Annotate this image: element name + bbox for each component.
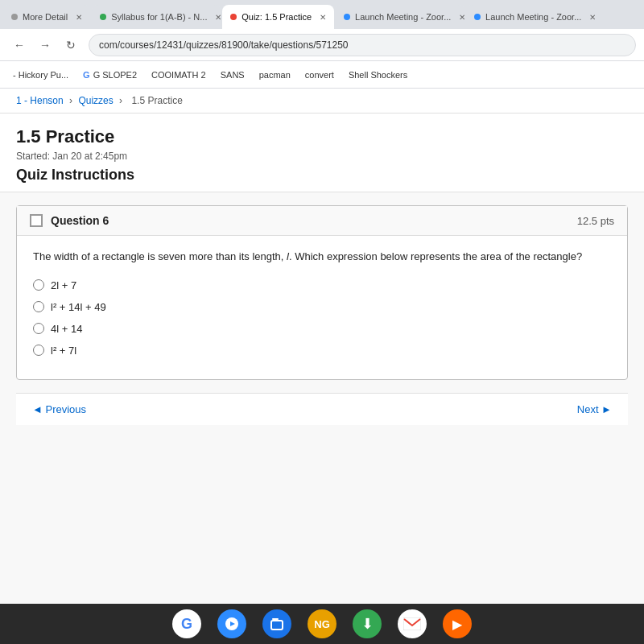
- gmail-icon[interactable]: [398, 609, 427, 638]
- answer-radio-1[interactable]: [33, 279, 44, 291]
- google-chrome-icon[interactable]: G: [172, 609, 201, 638]
- svg-rect-3: [271, 621, 283, 630]
- answer-label-1: 2l + 7: [51, 279, 76, 291]
- zoom-icon[interactable]: [217, 609, 246, 638]
- bookmark-pacman[interactable]: pacman: [254, 68, 295, 82]
- breadcrumb-current: 1.5 Practice: [131, 95, 182, 106]
- bookmark-convert[interactable]: convert: [300, 68, 339, 82]
- tab-close-icon[interactable]: ✕: [320, 13, 326, 22]
- question-text: The width of a rectangle is seven more t…: [33, 249, 611, 265]
- answer-radio-2[interactable]: [33, 301, 44, 312]
- question-body: The width of a rectangle is seven more t…: [17, 236, 627, 379]
- back-button[interactable]: ←: [8, 34, 31, 56]
- answer-radio-4[interactable]: [33, 345, 44, 356]
- play-icon[interactable]: ▶: [443, 609, 472, 638]
- answer-label-4: l² + 7l: [51, 345, 76, 357]
- answer-option-2[interactable]: l² + 14l + 49: [33, 301, 611, 313]
- breadcrumb-quizzes[interactable]: Quizzes: [78, 95, 113, 106]
- tab-quiz[interactable]: Quiz: 1.5 Practice ✕: [222, 5, 334, 29]
- tab-syllabus[interactable]: Syllabus for 1(A-B) - N... ✕: [92, 5, 221, 29]
- answer-option-1[interactable]: 2l + 7: [33, 279, 611, 291]
- answer-radio-3[interactable]: [33, 323, 44, 334]
- address-text: com/courses/12431/quizzes/81900/take/que…: [99, 39, 349, 51]
- question-header: Question 6 12.5 pts: [17, 206, 627, 236]
- tab-close-icon[interactable]: ✕: [459, 13, 464, 22]
- next-button[interactable]: Next ►: [577, 403, 612, 415]
- quiz-instructions-label: Quiz Instructions: [16, 167, 628, 184]
- svg-rect-2: [272, 618, 279, 620]
- breadcrumb: 1 - Henson › Quizzes › 1.5 Practice: [0, 89, 644, 114]
- bookmark-sans[interactable]: SANS: [216, 68, 250, 82]
- quiz-title: 1.5 Practice: [16, 126, 628, 147]
- question-label: Question 6: [51, 214, 109, 227]
- tab-close-icon[interactable]: ✕: [215, 13, 221, 22]
- previous-button[interactable]: ◄ Previous: [32, 403, 86, 415]
- address-box[interactable]: com/courses/12431/quizzes/81900/take/que…: [89, 34, 636, 56]
- address-bar-row: ← → ↻ com/courses/12431/quizzes/81900/ta…: [0, 29, 644, 61]
- tab-launch1[interactable]: Launch Meeting - Zoor... ✕: [336, 5, 464, 29]
- breadcrumb-henson[interactable]: 1 - Henson: [16, 95, 64, 106]
- tab-bar: More Detail ✕ Syllabus for 1(A-B) - N...…: [0, 0, 644, 29]
- files-icon[interactable]: [262, 609, 291, 638]
- quiz-nav: ◄ Previous Next ►: [16, 393, 628, 425]
- quiz-started: Started: Jan 20 at 2:45pm: [16, 151, 628, 162]
- page-content: 1 - Henson › Quizzes › 1.5 Practice 1.5 …: [0, 89, 644, 604]
- download-icon[interactable]: ⬇: [353, 609, 382, 638]
- tab-more-detail[interactable]: More Detail ✕: [3, 5, 90, 29]
- tab-close-icon[interactable]: ✕: [76, 13, 82, 22]
- question-points: 12.5 pts: [577, 215, 614, 227]
- answer-option-4[interactable]: l² + 7l: [33, 345, 611, 357]
- svg-rect-4: [403, 617, 421, 630]
- bookmark-shellshockers[interactable]: Shell Shockers: [344, 68, 412, 82]
- bookmark-cooimath[interactable]: COOIMATH 2: [147, 68, 211, 82]
- browser-window: More Detail ✕ Syllabus for 1(A-B) - N...…: [0, 0, 644, 644]
- answer-label-3: 4l + 14: [51, 323, 82, 335]
- bookmark-hickory[interactable]: - Hickory Pu...: [8, 68, 73, 82]
- question-header-left: Question 6: [30, 214, 109, 227]
- forward-button[interactable]: →: [34, 34, 56, 56]
- nav-buttons: ← → ↻: [8, 34, 82, 56]
- bookmarks-bar: - Hickory Pu... G G SLOPE2 COOIMATH 2 SA…: [0, 61, 644, 89]
- answer-option-3[interactable]: 4l + 14: [33, 323, 611, 335]
- ng-icon[interactable]: NG: [308, 609, 336, 638]
- tab-launch2[interactable]: Launch Meeting - Zoor... ✕: [466, 5, 595, 29]
- bookmark-slope2[interactable]: G G SLOPE2: [78, 68, 142, 82]
- question-container: Question 6 12.5 pts The width of a recta…: [16, 205, 628, 380]
- question-checkbox[interactable]: [30, 214, 43, 227]
- tab-close-icon[interactable]: ✕: [589, 13, 595, 22]
- reload-button[interactable]: ↻: [60, 34, 82, 56]
- taskbar: G NG ⬇ ▶: [0, 604, 644, 644]
- answer-label-2: l² + 14l + 49: [51, 301, 106, 313]
- quiz-header: 1.5 Practice Started: Jan 20 at 2:45pm Q…: [0, 114, 644, 192]
